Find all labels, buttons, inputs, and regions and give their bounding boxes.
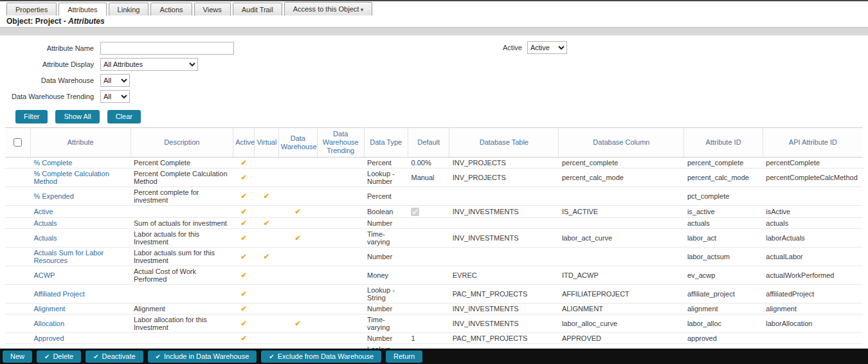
column-header-default[interactable]: Default [408, 128, 449, 158]
filter-button[interactable]: Filter [15, 110, 48, 123]
deactivate-button[interactable]: ✔Deactivate [86, 350, 143, 363]
database-column-cell: ITD_ACWP [559, 266, 684, 284]
attribute-id-cell: is_active [684, 206, 763, 218]
attribute-link[interactable]: Actuals [33, 234, 57, 242]
attribute-link[interactable]: % Complete Calculation Method [33, 170, 109, 185]
active-cell: ✔ [233, 247, 255, 266]
attribute-cell: % Complete [30, 158, 131, 168]
tab-linking[interactable]: Linking [109, 3, 149, 15]
select-all-header-cell [5, 128, 30, 158]
tab-access-to-this-object[interactable]: Access to this Object ▾ [284, 2, 373, 15]
filter-section: Attribute Name Attribute Display All Att… [0, 35, 868, 103]
database-table-cell [449, 247, 559, 266]
data-warehouse-trending-filter-row: Data Warehouse Trending All [5, 90, 863, 103]
table-row: ACWPActual Cost of Work Performed✔MoneyE… [5, 266, 863, 284]
exclude-from-data-warehouse-button[interactable]: ✔Exclude from Data Warehouse [261, 350, 381, 363]
attribute-cell: Allocation [30, 314, 131, 332]
table-row: ActualsLabor actuals for this Investment… [5, 228, 863, 247]
page-title-object-name: Attributes [68, 17, 105, 26]
default-cell [408, 284, 449, 303]
data-warehouse-trending-select[interactable]: All [100, 90, 130, 103]
tab-properties[interactable]: Properties [6, 3, 57, 15]
button-label: Deactivate [102, 352, 136, 361]
attribute-cell: Actuals [30, 228, 131, 247]
active-check-icon: ✔ [240, 319, 247, 328]
virtual-cell [255, 332, 278, 343]
virtual-cell [255, 158, 278, 168]
api-attribute-id-cell [763, 187, 863, 206]
virtual-cell: ✔ [255, 187, 278, 206]
attribute-id-cell: actuals [684, 217, 763, 228]
show-all-button[interactable]: Show All [55, 110, 99, 123]
tab-audit-trail[interactable]: Audit Trail [233, 3, 282, 15]
attribute-display-select[interactable]: All Attributes [100, 58, 198, 71]
column-header-database-column[interactable]: Database Column [559, 128, 684, 158]
description-cell: Labor actuals sum for this Investment [131, 247, 233, 266]
description-cell: Labor allocation for this Investment [131, 314, 233, 332]
column-header-data-warehouse[interactable]: Data Warehouse [278, 128, 317, 158]
attribute-link[interactable]: % Complete [33, 159, 72, 167]
virtual-check-icon: ✔ [264, 219, 270, 228]
attribute-link[interactable]: Alignment [33, 305, 65, 313]
attribute-link[interactable]: Affiliated Project [33, 290, 84, 298]
description-cell: Sum of actuals for investment [131, 217, 233, 228]
column-header-attribute-id[interactable]: Attribute ID [684, 128, 763, 158]
active-check-icon: ✔ [240, 207, 247, 216]
active-filter: Active Active [503, 41, 567, 54]
column-header-database-table[interactable]: Database Table [449, 128, 559, 158]
attribute-cell: ACWP [30, 266, 131, 284]
attribute-id-cell: percent_complete [684, 158, 763, 168]
data-warehouse-select[interactable]: All [100, 74, 130, 87]
tab-actions[interactable]: Actions [150, 3, 192, 15]
database-column-cell: ALIGNMENT [559, 303, 684, 314]
default-cell [408, 303, 449, 314]
attribute-id-cell: affiliate_project [684, 284, 763, 303]
include-in-data-warehouse-button[interactable]: ✔Include in Data Warehouse [148, 350, 257, 363]
tab-attributes[interactable]: Attributes [59, 3, 106, 15]
column-header-attribute[interactable]: Attribute [30, 128, 131, 158]
virtual-cell [255, 228, 278, 247]
attribute-name-input[interactable] [100, 42, 234, 55]
row-select-cell [5, 314, 30, 332]
description-cell: Percent complete for investment [131, 187, 233, 206]
column-header-active[interactable]: Active [233, 128, 255, 158]
virtual-cell [255, 314, 278, 332]
attribute-link[interactable]: % Expended [33, 192, 73, 200]
table-row: Active✔✔BooleanINV_INVESTMENTSIS_ACTIVEi… [5, 206, 863, 218]
table-row: Affiliated Project✔Lookup - StringPAC_MN… [5, 284, 863, 303]
attribute-link[interactable]: Allocation [33, 320, 64, 327]
description-cell: Percent Complete Calculation Method [131, 168, 233, 187]
virtual-cell [255, 303, 278, 314]
attribute-link[interactable]: Actuals [33, 219, 57, 227]
dwh-cell: ✔ [278, 314, 317, 332]
select-all-checkbox[interactable] [14, 138, 22, 147]
dwh-cell: ✔ [278, 228, 317, 247]
return-button[interactable]: Return [386, 350, 422, 363]
attribute-cell: Actuals Sum for Labor Resources [30, 247, 131, 266]
dwh-cell [278, 187, 317, 206]
column-header-data-warehouse-trending[interactable]: Data Warehouse Trending [317, 128, 364, 158]
attribute-name-label: Attribute Name [5, 44, 100, 52]
attribute-link[interactable]: Active [33, 208, 53, 215]
active-filter-select[interactable]: Active [527, 41, 567, 54]
attribute-cell: Active [30, 206, 131, 218]
database-column-cell: AFFILIATEPROJECT [559, 284, 684, 303]
column-header-virtual[interactable]: Virtual [255, 128, 278, 158]
column-header-description[interactable]: Description [131, 128, 233, 158]
api-attribute-id-cell: actualLabor [763, 247, 863, 266]
delete-button[interactable]: ✔Delete [37, 350, 81, 363]
tab-views[interactable]: Views [194, 3, 231, 15]
database-column-cell [559, 247, 684, 266]
attribute-link[interactable]: ACWP [33, 271, 55, 279]
clear-button[interactable]: Clear [107, 110, 141, 123]
description-cell [131, 284, 233, 303]
dwh_trending-cell [317, 228, 364, 247]
column-header-api-attribute-id[interactable]: API Attribute ID [763, 128, 863, 158]
attribute-link[interactable]: Actuals Sum for Labor Resources [33, 249, 104, 264]
dwh_trending-cell [317, 187, 364, 206]
attribute-link[interactable]: Approved [33, 334, 64, 342]
virtual-cell [255, 284, 278, 303]
column-header-data-type[interactable]: Data Type [364, 128, 408, 158]
default-cell [408, 247, 449, 266]
new-button[interactable]: New [3, 350, 32, 363]
